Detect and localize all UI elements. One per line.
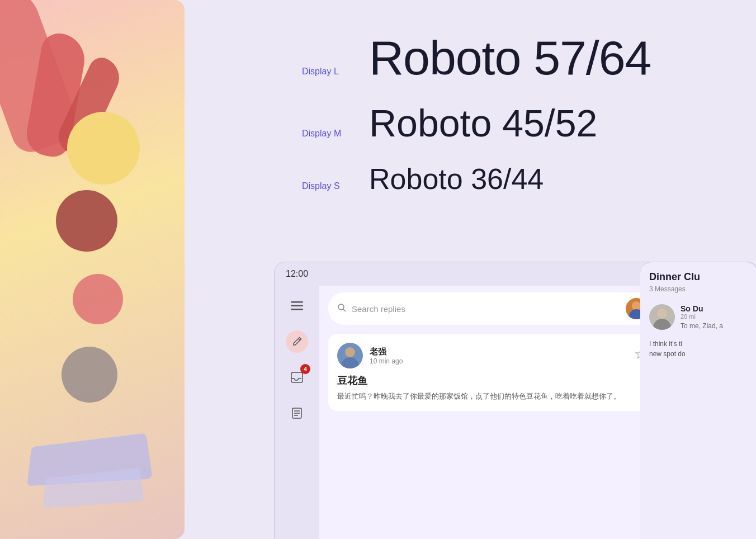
illustration-panel (0, 0, 185, 539)
app-top-bar: 12:00 (275, 262, 665, 286)
message-preview: 最近忙吗？昨晚我去了你最爱的那家饭馆，点了他们的特色豆花鱼，吃着吃着就想你了。 (337, 391, 647, 402)
right-panel-subtitle: 3 Messages (649, 285, 748, 293)
display-l-row: Display L Roboto 57/64 (302, 34, 738, 82)
app-main: Search replies 老强 10 min ago (319, 286, 665, 539)
app-sidebar: 4 (275, 286, 319, 539)
display-s-label: Display S (302, 181, 369, 191)
right-message-item[interactable]: So Du 20 mi To me, Ziad, a (649, 304, 748, 330)
message-header: 老强 10 min ago (337, 343, 647, 368)
right-message-time: 20 mi (681, 313, 723, 320)
circle-pink (73, 274, 123, 324)
display-m-label: Display M (302, 129, 369, 139)
display-m-row: Display M Roboto 45/52 (302, 104, 738, 142)
message-sender-avatar (337, 343, 363, 368)
app-content: 4 Sear (275, 286, 665, 539)
display-l-label: Display L (302, 67, 369, 77)
app-time: 12:00 (286, 269, 308, 279)
svg-rect-1 (291, 305, 303, 307)
hamburger-menu-icon[interactable] (286, 295, 308, 317)
app-mockup: 12:00 (274, 262, 665, 539)
display-s-row: Display S Roboto 36/44 (302, 164, 738, 193)
typography-section: Display L Roboto 57/64 Display M Roboto … (257, 0, 756, 216)
circle-yellow (67, 112, 140, 185)
circle-dark-red (56, 190, 117, 252)
svg-rect-3 (291, 372, 303, 382)
message-card[interactable]: 老强 10 min ago 豆花鱼 最近忙吗？昨晚我去了你最爱的那家饭馆，点了他… (328, 334, 656, 411)
svg-rect-0 (291, 301, 303, 303)
notes-icon[interactable] (286, 402, 308, 424)
right-message-text: To me, Ziad, a (681, 322, 723, 330)
search-icon (337, 303, 346, 314)
right-sender-name: So Du (681, 304, 723, 313)
svg-line-9 (343, 309, 346, 311)
inbox-badge: 4 (300, 364, 310, 374)
message-meta: 老强 10 min ago (370, 347, 628, 365)
circle-gray (62, 347, 117, 403)
message-title: 豆花鱼 (337, 374, 647, 387)
message-time: 10 min ago (370, 357, 628, 365)
right-sender-avatar (649, 304, 675, 330)
app-right-panel: Dinner Clu 3 Messages So Du 20 mi To me,… (640, 262, 756, 539)
display-l-text: Roboto 57/64 (369, 34, 651, 82)
compose-icon[interactable] (286, 330, 308, 353)
search-bar[interactable]: Search replies (328, 292, 656, 325)
search-placeholder: Search replies (352, 304, 620, 314)
partial-message-text: I think it's tinew spot do (649, 339, 748, 359)
display-s-text: Roboto 36/44 (369, 164, 544, 193)
message-sender-name: 老强 (370, 347, 628, 357)
inbox-icon[interactable]: 4 (286, 366, 308, 389)
right-panel-title: Dinner Clu (649, 271, 748, 283)
right-message-meta: So Du 20 mi To me, Ziad, a (681, 304, 723, 330)
display-m-text: Roboto 45/52 (369, 104, 597, 142)
svg-rect-2 (291, 309, 303, 310)
